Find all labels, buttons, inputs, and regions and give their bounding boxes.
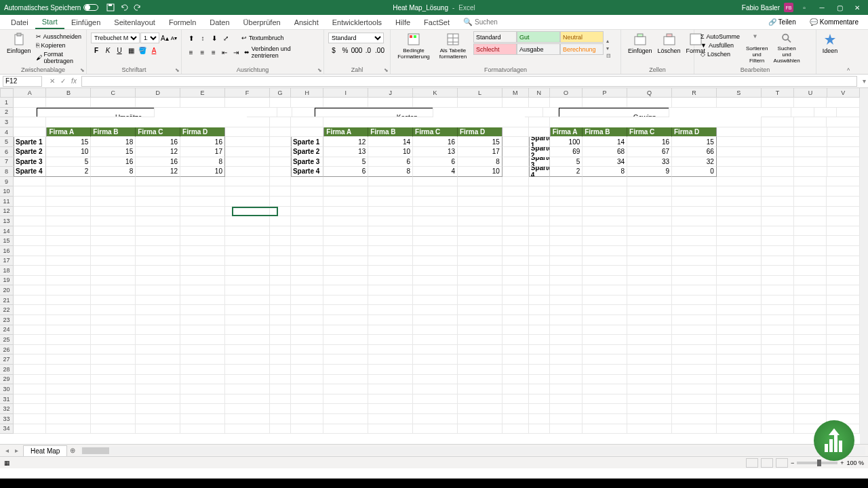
cell[interactable] — [14, 315, 46, 325]
cell[interactable] — [225, 117, 270, 127]
cell[interactable] — [413, 216, 458, 226]
cell[interactable] — [627, 375, 672, 385]
cell[interactable] — [291, 186, 323, 197]
cell[interactable] — [46, 394, 91, 405]
search-input[interactable] — [475, 18, 529, 26]
cell[interactable] — [762, 256, 794, 266]
cell[interactable] — [458, 315, 502, 325]
cell[interactable] — [794, 414, 827, 424]
cell[interactable] — [91, 236, 136, 246]
cell[interactable] — [627, 305, 672, 315]
row-header[interactable]: 3 — [0, 117, 14, 127]
cell[interactable] — [794, 276, 827, 286]
cell[interactable] — [180, 186, 225, 197]
col-header[interactable]: I — [323, 88, 368, 98]
cell[interactable] — [291, 325, 323, 336]
cell[interactable] — [794, 127, 827, 138]
col-header[interactable]: S — [717, 88, 762, 98]
cell[interactable] — [323, 394, 368, 405]
cell[interactable] — [583, 246, 627, 256]
cell[interactable] — [458, 197, 502, 207]
cell[interactable] — [827, 197, 859, 207]
cell[interactable] — [827, 404, 859, 414]
cell[interactable] — [413, 236, 458, 246]
cell[interactable] — [291, 127, 323, 138]
cell[interactable] — [458, 216, 502, 226]
row-header[interactable]: 30 — [0, 384, 14, 394]
cell[interactable] — [550, 236, 583, 246]
cell[interactable]: 10 — [458, 167, 502, 177]
formula-input[interactable] — [81, 76, 857, 87]
cell[interactable] — [323, 226, 368, 237]
row-header[interactable]: 11 — [0, 197, 14, 207]
row-header[interactable]: 24 — [0, 325, 14, 336]
tab-formeln[interactable]: Formeln — [162, 16, 203, 28]
cell[interactable] — [136, 404, 180, 414]
cell[interactable] — [627, 296, 672, 306]
cell[interactable] — [762, 127, 794, 138]
cell[interactable] — [91, 305, 136, 315]
font-launcher[interactable]: ⬊ — [175, 67, 180, 73]
col-header[interactable]: R — [672, 88, 717, 98]
cell[interactable] — [672, 325, 717, 336]
col-header[interactable]: J — [368, 88, 413, 98]
delete-cells-button[interactable]: Löschen — [655, 31, 684, 65]
maximize-icon[interactable]: ▢ — [833, 2, 846, 13]
cell[interactable] — [413, 276, 458, 286]
cell[interactable] — [46, 98, 91, 108]
italic-button[interactable]: K — [102, 45, 113, 56]
cell[interactable] — [270, 117, 291, 127]
cell[interactable] — [529, 266, 550, 276]
cell[interactable] — [672, 98, 717, 108]
ribbon-display-icon[interactable]: ▫ — [797, 2, 811, 13]
cell[interactable] — [180, 285, 225, 296]
cell[interactable] — [413, 296, 458, 306]
cell[interactable] — [180, 315, 225, 325]
cell[interactable] — [794, 256, 827, 266]
row-header[interactable]: 7 — [0, 157, 14, 167]
cell[interactable] — [525, 108, 543, 118]
cell[interactable] — [529, 207, 550, 217]
cell[interactable] — [180, 365, 225, 375]
cell[interactable] — [368, 365, 413, 375]
cell[interactable]: 6 — [323, 167, 368, 177]
expand-formula-icon[interactable]: ▾ — [860, 77, 868, 85]
cell[interactable] — [717, 305, 762, 315]
cell[interactable] — [136, 296, 180, 306]
cell[interactable]: Sparte 1 — [14, 137, 46, 147]
cell[interactable] — [717, 157, 762, 167]
cell[interactable] — [502, 276, 529, 286]
cell[interactable] — [46, 177, 91, 187]
cell[interactable] — [717, 424, 762, 434]
cell[interactable] — [794, 167, 827, 177]
cell[interactable]: 68 — [583, 147, 627, 157]
cell[interactable] — [762, 296, 794, 306]
col-header[interactable]: K — [413, 88, 458, 98]
cell[interactable] — [529, 424, 550, 434]
cell[interactable] — [794, 315, 827, 325]
cell[interactable] — [14, 424, 46, 434]
cell[interactable] — [717, 197, 762, 207]
cell[interactable]: 16 — [180, 137, 225, 147]
cell[interactable] — [291, 394, 323, 405]
cell[interactable] — [270, 236, 291, 246]
row-header[interactable]: 34 — [0, 424, 14, 434]
col-header[interactable]: V — [827, 88, 860, 98]
cell[interactable] — [794, 285, 827, 296]
cell[interactable] — [458, 345, 502, 355]
cell[interactable] — [291, 296, 323, 306]
save-icon[interactable] — [105, 2, 116, 13]
row-header[interactable]: 12 — [0, 207, 14, 217]
cell[interactable] — [529, 296, 550, 306]
cell[interactable] — [291, 375, 323, 385]
cell[interactable] — [323, 404, 368, 414]
cell[interactable] — [270, 375, 291, 385]
cell[interactable] — [180, 236, 225, 246]
cell[interactable] — [529, 325, 550, 336]
tab-factset[interactable]: FactSet — [417, 16, 456, 28]
cell[interactable] — [837, 108, 860, 118]
cell[interactable]: 5 — [323, 157, 368, 167]
cell[interactable] — [323, 276, 368, 286]
cell[interactable] — [458, 424, 502, 434]
cell[interactable] — [717, 375, 762, 385]
